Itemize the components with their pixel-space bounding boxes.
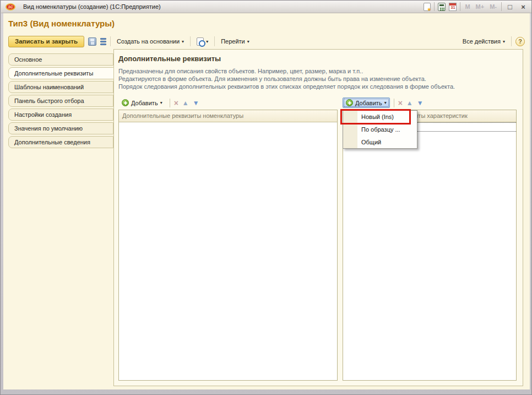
maximize-button[interactable]: □ — [505, 3, 515, 11]
sidebar-item-general[interactable]: Основное — [8, 53, 113, 66]
toolbar-separator — [394, 99, 394, 107]
sidebar-item-default-values[interactable]: Значения по умолчанию — [8, 122, 113, 134]
additional-attributes-panel: Дополнительные реквизиты Предназначены д… — [113, 49, 523, 386]
sidebar-item-additional-attributes[interactable]: Дополнительные реквизиты — [8, 67, 114, 79]
go-to-label: Перейти — [221, 38, 245, 45]
main-toolbar: Записать и закрыть Создать на основании … — [8, 35, 525, 48]
calculator-icon[interactable] — [438, 3, 446, 11]
toolbar-separator — [214, 36, 215, 46]
move-up-icon[interactable]: ▲ — [182, 99, 189, 107]
move-up-icon[interactable]: ▲ — [406, 99, 413, 107]
sidebar-item-quick-filter-panel[interactable]: Панель быстрого отбора — [8, 95, 113, 107]
add-button-nomenclature[interactable]: Добавить ▾ — [118, 98, 166, 108]
titlebar-separator — [501, 2, 502, 11]
delete-icon[interactable]: × — [398, 99, 403, 107]
add-plus-icon — [346, 99, 353, 106]
toolbar-separator — [190, 36, 191, 46]
save-and-close-button[interactable]: Записать и закрыть — [8, 36, 84, 47]
description-line: Редактируются в форме объекта. Для измен… — [118, 75, 455, 83]
sidebar-item-creation-settings[interactable]: Настройки создания — [8, 109, 113, 121]
create-based-on-menu[interactable]: Создать на основании ▾ — [115, 36, 186, 46]
caret-down-icon: ▾ — [182, 39, 184, 44]
sidebar-tabs: Основное Дополнительные реквизиты Шаблон… — [8, 53, 114, 150]
register-records-icon[interactable] — [100, 38, 106, 45]
all-actions-label: Все действия — [463, 38, 501, 45]
add-button-label: Добавить — [355, 100, 382, 106]
toolbar-separator — [511, 36, 512, 46]
reports-menu[interactable]: ▾ — [194, 36, 210, 47]
form-content: Тип3 (Вид номенклатуры) Записать и закры… — [3, 13, 530, 389]
toolbar-separator — [110, 36, 111, 46]
add-button-characteristics[interactable]: Добавить ▾ — [343, 98, 390, 108]
delete-icon[interactable]: × — [174, 99, 178, 107]
section-description: Предназначены для описания свойств объек… — [118, 67, 455, 90]
save-icon[interactable] — [88, 37, 96, 46]
titlebar: 1С Вид номенклатуры (создание) (1С:Предп… — [1, 1, 531, 13]
go-to-menu[interactable]: Перейти ▾ — [219, 36, 252, 46]
menu-item-by-sample[interactable]: По образцу ... — [343, 123, 417, 136]
sidebar-item-name-templates[interactable]: Шаблоны наименований — [8, 81, 113, 93]
memory-m-minus-button[interactable]: M- — [488, 3, 498, 10]
menu-item-common[interactable]: Общий — [343, 136, 417, 149]
characteristic-attributes-list[interactable]: Дополнительные реквизиты характеристик — [343, 110, 517, 381]
add-plus-icon — [122, 99, 129, 106]
help-button[interactable]: ? — [515, 37, 525, 46]
nomenclature-list-toolbar: Добавить ▾ × ▲ ▼ — [118, 97, 199, 109]
app-window: 1С Вид номенклатуры (создание) (1С:Предп… — [0, 0, 532, 395]
close-button[interactable]: × — [518, 3, 528, 11]
titlebar-separator — [460, 2, 460, 11]
move-down-icon[interactable]: ▼ — [193, 99, 199, 107]
section-header: Дополнительные реквизиты — [118, 55, 221, 63]
sidebar-item-additional-info[interactable]: Дополнительные сведения — [8, 136, 113, 148]
highlight-annotation — [340, 109, 411, 125]
document-clock-icon — [197, 37, 204, 46]
caret-down-icon: ▾ — [206, 39, 208, 44]
star-icon: ★ — [427, 7, 431, 12]
titlebar-buttons: ★ 31 M M+ M- □ × — [424, 2, 531, 11]
calendar-day-label: 31 — [449, 6, 456, 10]
characteristics-list-toolbar: Добавить ▾ × ▲ ▼ — [343, 97, 424, 109]
nomenclature-attributes-list[interactable]: Дополнительные реквизиты номенклатуры — [118, 110, 338, 381]
memory-m-button[interactable]: M — [464, 3, 471, 10]
description-line: Предназначены для описания свойств объек… — [118, 67, 455, 75]
calendar-top-band — [449, 3, 456, 6]
page-title: Тип3 (Вид номенклатуры) — [8, 19, 115, 28]
all-actions-menu[interactable]: Все действия ▾ — [460, 36, 507, 46]
caret-down-icon: ▾ — [503, 39, 505, 44]
description-line: Порядок следования дополнительных реквиз… — [118, 83, 455, 90]
1c-logo-icon: 1С — [6, 3, 15, 10]
favorites-icon[interactable]: ★ — [424, 3, 431, 11]
calendar-icon[interactable]: 31 — [449, 3, 457, 11]
add-button-label: Добавить — [131, 100, 158, 106]
caret-down-icon: ▾ — [160, 100, 162, 105]
memory-m-plus-button[interactable]: M+ — [475, 3, 486, 10]
toolbar-separator — [170, 99, 170, 107]
list-column-header[interactable]: Дополнительные реквизиты номенклатуры — [119, 110, 337, 122]
create-based-on-label: Создать на основании — [117, 38, 180, 45]
window-title: Вид номенклатуры (создание) (1С:Предприя… — [23, 3, 161, 10]
caret-down-icon: ▾ — [384, 100, 387, 105]
caret-down-icon: ▾ — [247, 39, 249, 44]
move-down-icon[interactable]: ▼ — [417, 99, 424, 107]
titlebar-separator — [434, 2, 435, 11]
